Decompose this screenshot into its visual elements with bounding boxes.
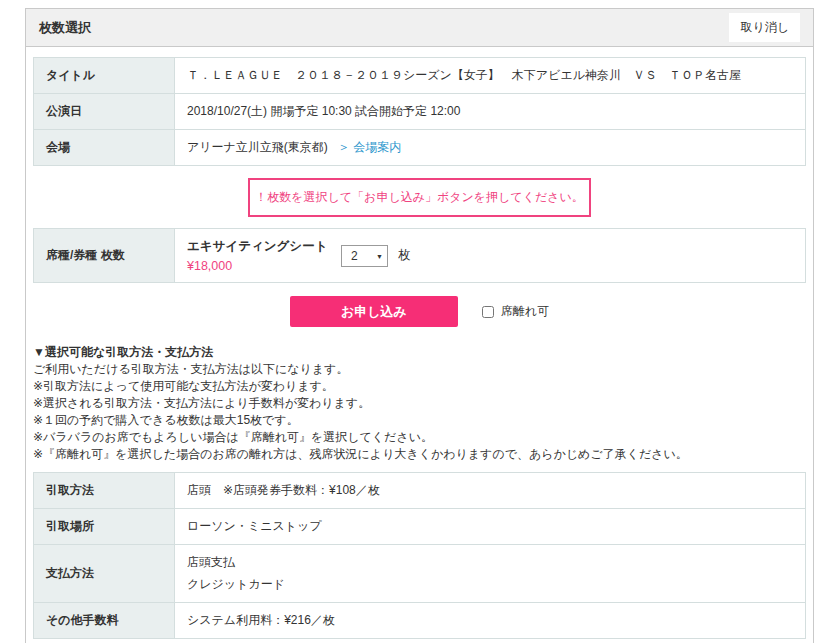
cell-line: クレジットカード (187, 576, 793, 593)
ticket-quantity-panel: 枚数選択 取り消し タイトル Ｔ．ＬＥＡＧＵＥ ２０１８－２０１９シーズン【女子… (25, 8, 814, 643)
cell-line: 店頭支払 (187, 554, 793, 571)
table-row: 席種/券種 枚数 エキサイティングシート ¥18,000 2 (34, 229, 806, 283)
event-date-value: 2018/10/27(土) 開場予定 10:30 試合開始予定 12:00 (175, 94, 806, 130)
cell-line: 店頭 ※店頭発券手数料：¥108／枚 (187, 482, 793, 499)
venue-value-cell: アリーナ立川立飛(東京都)＞ 会場案内 (175, 130, 806, 166)
seat-info: エキサイティングシート ¥18,000 (187, 238, 335, 273)
seat-split-label: 席離れ可 (501, 303, 549, 320)
quantity-group: 2 ▼ 枚 (341, 245, 411, 267)
pickup-method-label: 引取方法 (34, 473, 175, 509)
note-line: ご利用いただける引取方法・支払方法は以下になります。 (33, 361, 806, 378)
quantity-select[interactable]: 2 (341, 245, 388, 267)
venue-label: 会場 (34, 130, 175, 166)
pickup-place-label: 引取場所 (34, 509, 175, 545)
venue-guide-link[interactable]: ＞ 会場案内 (338, 140, 401, 154)
payment-method-value: 店頭支払 クレジットカード (175, 545, 806, 603)
table-row: タイトル Ｔ．ＬＥＡＧＵＥ ２０１８－２０１９シーズン【女子】 木下アビエル神奈… (34, 58, 806, 94)
page-title: 枚数選択 (39, 19, 91, 37)
quantity-unit-label: 枚 (398, 247, 411, 264)
table-row: 引取場所 ローソン・ミニストップ (34, 509, 806, 545)
cancel-button[interactable]: 取り消し (729, 13, 800, 42)
table-row: 公演日 2018/10/27(土) 開場予定 10:30 試合開始予定 12:0… (34, 94, 806, 130)
other-fees-label: その他手数料 (34, 603, 175, 639)
seat-name: エキサイティングシート (187, 238, 335, 255)
event-info-table: タイトル Ｔ．ＬＥＡＧＵＥ ２０１８－２０１９シーズン【女子】 木下アビエル神奈… (33, 57, 806, 166)
panel-header: 枚数選択 取り消し (26, 9, 813, 47)
event-title-value: Ｔ．ＬＥＡＧＵＥ ２０１８－２０１９シーズン【女子】 木下アビエル神奈川 ＶＳ … (175, 58, 806, 94)
table-row: 会場 アリーナ立川立飛(東京都)＞ 会場案内 (34, 130, 806, 166)
seat-type-cell: エキサイティングシート ¥18,000 2 ▼ 枚 (175, 229, 806, 283)
seat-split-checkbox[interactable] (482, 306, 494, 318)
seat-type-label: 席種/券種 枚数 (34, 229, 175, 283)
seat-price: ¥18,000 (187, 259, 335, 273)
other-fees-value: システム利用料：¥216／枚 (175, 603, 806, 639)
panel-content: タイトル Ｔ．ＬＥＡＧＵＥ ２０１８－２０１９シーズン【女子】 木下アビエル神奈… (26, 47, 813, 643)
event-date-label: 公演日 (34, 94, 175, 130)
pickup-place-value: ローソン・ミニストップ (175, 509, 806, 545)
note-line: ※選択される引取方法・支払方法により手数料が変わります。 (33, 395, 806, 412)
payment-method-label: 支払方法 (34, 545, 175, 603)
seat-type-table: 席種/券種 枚数 エキサイティングシート ¥18,000 2 (33, 228, 806, 283)
payment-info-table: 引取方法 店頭 ※店頭発券手数料：¥108／枚 引取場所 ローソン・ミニストップ… (33, 472, 806, 639)
notes-heading: ▼選択可能な引取方法・支払方法 (33, 344, 806, 361)
event-title-label: タイトル (34, 58, 175, 94)
note-line: ※バラバラのお席でもよろしい場合は『席離れ可』を選択してください。 (33, 429, 806, 446)
table-row: 引取方法 店頭 ※店頭発券手数料：¥108／枚 (34, 473, 806, 509)
cell-line: ローソン・ミニストップ (187, 518, 793, 535)
venue-name: アリーナ立川立飛(東京都) (187, 140, 328, 154)
apply-row: お申し込み 席離れ可 (33, 296, 806, 327)
notes-block: ▼選択可能な引取方法・支払方法 ご利用いただける引取方法・支払方法は以下になりま… (33, 344, 806, 463)
apply-button[interactable]: お申し込み (290, 296, 458, 327)
selection-notice: ！枚数を選択して「お申し込み」ボタンを押してください。 (248, 178, 591, 217)
table-row: 支払方法 店頭支払 クレジットカード (34, 545, 806, 603)
table-row: その他手数料 システム利用料：¥216／枚 (34, 603, 806, 639)
pickup-method-value: 店頭 ※店頭発券手数料：¥108／枚 (175, 473, 806, 509)
cell-line: システム利用料：¥216／枚 (187, 612, 793, 629)
seat-split-option: 席離れ可 (482, 303, 549, 320)
note-line: ※１回の予約で購入できる枚数は最大15枚です。 (33, 412, 806, 429)
note-line: ※『席離れ可』を選択した場合のお席の離れ方は、残席状況により大きくかわりますので… (33, 446, 806, 463)
note-line: ※引取方法によって使用可能な支払方法が変わります。 (33, 378, 806, 395)
